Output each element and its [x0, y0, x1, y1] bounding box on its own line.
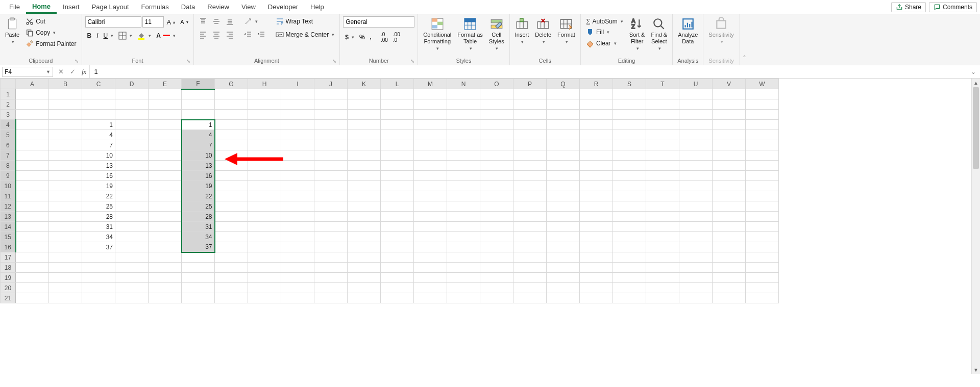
cell-E8[interactable]: [149, 161, 182, 171]
cell-M2[interactable]: [414, 99, 447, 110]
column-header-F[interactable]: F: [182, 79, 215, 89]
fill-button[interactable]: Fill: [584, 27, 625, 37]
cell-R13[interactable]: [580, 212, 613, 222]
cell-P17[interactable]: [513, 252, 547, 263]
cell-E2[interactable]: [149, 99, 182, 110]
tab-data[interactable]: Data: [175, 1, 201, 13]
cell-S8[interactable]: [613, 161, 646, 171]
cell-B16[interactable]: [49, 242, 82, 252]
cell-B13[interactable]: [49, 212, 82, 222]
cell-V3[interactable]: [713, 110, 746, 120]
cell-I1[interactable]: [281, 89, 314, 99]
cell-G9[interactable]: [215, 171, 248, 181]
cell-S11[interactable]: [613, 191, 646, 201]
cell-O20[interactable]: [480, 283, 513, 293]
cell-P1[interactable]: [513, 89, 547, 99]
cell-V21[interactable]: [713, 293, 746, 303]
expand-formula-bar-button[interactable]: ⌄: [967, 68, 980, 75]
cell-O5[interactable]: [480, 130, 513, 140]
cell-A11[interactable]: [16, 191, 49, 201]
cell-B10[interactable]: [49, 181, 82, 191]
cell-V16[interactable]: [713, 242, 746, 252]
cell-E20[interactable]: [149, 283, 182, 293]
cell-N21[interactable]: [447, 293, 480, 303]
cell-S2[interactable]: [613, 99, 646, 110]
cell-P12[interactable]: [513, 201, 547, 212]
cell-T15[interactable]: [646, 232, 679, 242]
cell-U6[interactable]: [679, 140, 713, 150]
cell-S18[interactable]: [613, 263, 646, 273]
column-header-R[interactable]: R: [580, 79, 613, 89]
cell-W16[interactable]: [746, 242, 779, 252]
cell-I20[interactable]: [281, 283, 314, 293]
cell-N2[interactable]: [447, 99, 480, 110]
cell-R21[interactable]: [580, 293, 613, 303]
increase-indent-button[interactable]: [255, 30, 267, 40]
cell-J3[interactable]: [314, 110, 348, 120]
cell-U4[interactable]: [679, 120, 713, 130]
cell-U12[interactable]: [679, 201, 713, 212]
cell-Q11[interactable]: [547, 191, 580, 201]
cut-button[interactable]: Cut: [23, 16, 78, 27]
cell-H12[interactable]: [248, 201, 281, 212]
cell-K18[interactable]: [348, 263, 381, 273]
cell-T5[interactable]: [646, 130, 679, 140]
cell-S17[interactable]: [613, 252, 646, 263]
cell-K6[interactable]: [348, 140, 381, 150]
dialog-launcher-icon[interactable]: ⤡: [186, 58, 190, 64]
cell-N13[interactable]: [447, 212, 480, 222]
cell-L16[interactable]: [381, 242, 414, 252]
cell-O7[interactable]: [480, 150, 513, 161]
cell-C18[interactable]: [82, 263, 115, 273]
cell-I7[interactable]: [281, 150, 314, 161]
cell-S3[interactable]: [613, 110, 646, 120]
cell-W13[interactable]: [746, 212, 779, 222]
align-left-button[interactable]: [197, 30, 209, 40]
column-header-T[interactable]: T: [646, 79, 679, 89]
cell-O21[interactable]: [480, 293, 513, 303]
cell-U9[interactable]: [679, 171, 713, 181]
cell-E17[interactable]: [149, 252, 182, 263]
cell-A20[interactable]: [16, 283, 49, 293]
scroll-thumb[interactable]: [973, 87, 979, 169]
cell-T18[interactable]: [646, 263, 679, 273]
cell-P9[interactable]: [513, 171, 547, 181]
cell-T14[interactable]: [646, 222, 679, 232]
cell-M12[interactable]: [414, 201, 447, 212]
cell-U7[interactable]: [679, 150, 713, 161]
cell-C5[interactable]: 4: [82, 130, 115, 140]
cell-T20[interactable]: [646, 283, 679, 293]
cell-L19[interactable]: [381, 273, 414, 283]
cell-A13[interactable]: [16, 212, 49, 222]
row-header-12[interactable]: 12: [1, 201, 16, 212]
cell-B9[interactable]: [49, 171, 82, 181]
column-header-A[interactable]: A: [16, 79, 49, 89]
cell-J15[interactable]: [314, 232, 348, 242]
cell-A2[interactable]: [16, 99, 49, 110]
cell-A21[interactable]: [16, 293, 49, 303]
column-header-W[interactable]: W: [746, 79, 779, 89]
cell-W19[interactable]: [746, 273, 779, 283]
tab-formulas[interactable]: Formulas: [135, 1, 175, 13]
cell-R7[interactable]: [580, 150, 613, 161]
cell-B5[interactable]: [49, 130, 82, 140]
cell-C13[interactable]: 28: [82, 212, 115, 222]
cell-D9[interactable]: [115, 171, 149, 181]
column-header-J[interactable]: J: [314, 79, 348, 89]
cell-P20[interactable]: [513, 283, 547, 293]
cell-F1[interactable]: [182, 89, 215, 99]
column-header-H[interactable]: H: [248, 79, 281, 89]
cell-R10[interactable]: [580, 181, 613, 191]
cell-R12[interactable]: [580, 201, 613, 212]
cell-E5[interactable]: [149, 130, 182, 140]
cell-D4[interactable]: [115, 120, 149, 130]
cell-B8[interactable]: [49, 161, 82, 171]
cell-Q7[interactable]: [547, 150, 580, 161]
cell-D19[interactable]: [115, 273, 149, 283]
cell-P7[interactable]: [513, 150, 547, 161]
cell-P21[interactable]: [513, 293, 547, 303]
cell-M6[interactable]: [414, 140, 447, 150]
cell-L13[interactable]: [381, 212, 414, 222]
cell-K17[interactable]: [348, 252, 381, 263]
cell-R4[interactable]: [580, 120, 613, 130]
